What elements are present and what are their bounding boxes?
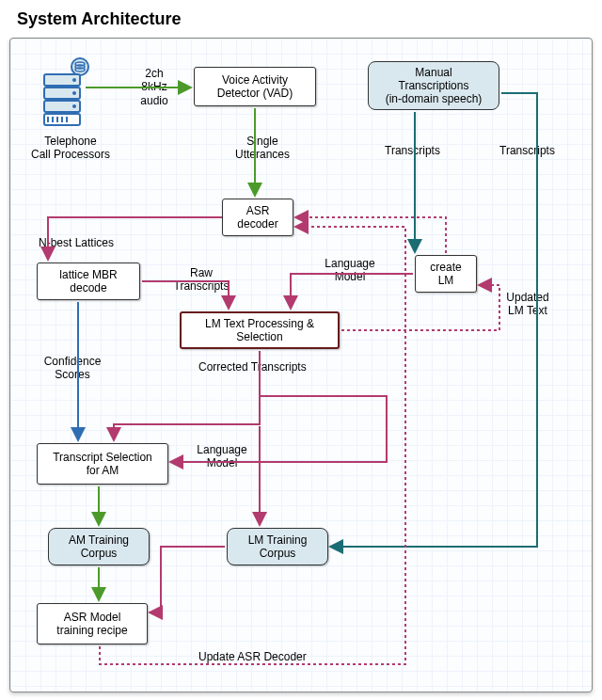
svg-point-9 xyxy=(72,104,76,108)
diagram-frame: Telephone Call Processors Voice Activity… xyxy=(9,38,593,692)
nbest-label: N-best Lattices xyxy=(39,236,114,249)
am-corpus-node: AM Training Corpus xyxy=(48,528,150,565)
transcript-selection-node: Transcript Selection for AM xyxy=(37,443,168,485)
manual-transcriptions-node: Manual Transcriptions (in-domain speech) xyxy=(368,61,499,110)
audio-in-label: 2ch 8kHz audio xyxy=(131,67,178,107)
raw-transcripts-label: Raw Transcripts xyxy=(168,266,234,294)
vad-node: Voice Activity Detector (VAD) xyxy=(194,67,316,106)
page-title: System Architecture xyxy=(17,9,181,29)
language-model2-label: Language Model xyxy=(189,443,255,470)
language-model1-label: Language Model xyxy=(317,257,383,284)
update-asr-label: Update ASR Decoder xyxy=(198,650,307,663)
lattice-mbr-node: lattice MBR decode xyxy=(37,262,140,300)
server-caption: Telephone Call Processors xyxy=(24,135,118,162)
lm-text-processing-node: LM Text Processing & Selection xyxy=(180,311,340,349)
create-lm-node: create LM xyxy=(415,255,477,293)
updated-lm-label: Updated LM Text xyxy=(499,291,556,318)
svg-point-0 xyxy=(71,58,88,75)
single-utterances-label: Single Utterances xyxy=(225,135,300,162)
transcripts2-label: Transcripts xyxy=(499,144,555,157)
svg-point-7 xyxy=(72,91,76,95)
transcripts1-label: Transcripts xyxy=(385,144,440,157)
corrected-transcripts-label: Corrected Transcripts xyxy=(198,360,307,374)
confidence-scores-label: Confidence Scores xyxy=(35,355,110,382)
server-icon xyxy=(39,57,95,133)
svg-point-5 xyxy=(72,78,76,82)
lm-corpus-node: LM Training Corpus xyxy=(227,528,328,565)
asr-decoder-node: ASR decoder xyxy=(222,199,293,236)
asr-recipe-node: ASR Model training recipe xyxy=(37,603,148,644)
